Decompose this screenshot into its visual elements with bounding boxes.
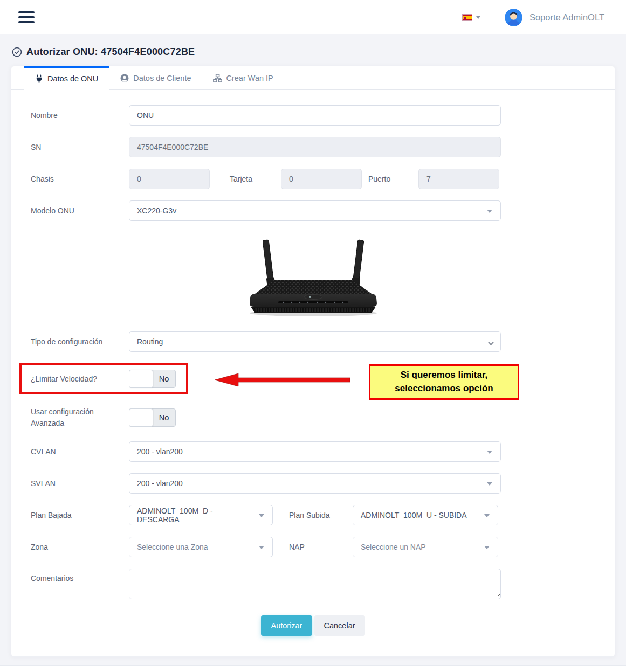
check-circle-icon	[12, 47, 22, 57]
modelo-onu-value: XC220-G3v	[137, 206, 176, 215]
hamburger-menu-icon[interactable]	[18, 11, 35, 23]
comentarios-label: Comentarios	[31, 569, 129, 583]
tipo-configuracion-value: Routing	[137, 337, 163, 346]
toggle-state: No	[153, 370, 175, 387]
caret-down-icon	[259, 546, 264, 549]
toggle-handle	[129, 408, 153, 427]
cvlan-value: 200 - vlan200	[137, 447, 183, 456]
plug-icon	[35, 74, 43, 83]
sn-input	[129, 137, 501, 157]
tab-label: Datos de Cliente	[133, 74, 191, 82]
plan-subida-select[interactable]: ADMINOLT_100M_U - SUBIDA	[353, 505, 498, 525]
cvlan-select[interactable]: 200 - vlan200	[129, 441, 501, 462]
plan-bajada-label: Plan Bajada	[31, 511, 129, 519]
user-menu[interactable]: Soporte AdminOLT	[496, 9, 604, 26]
page-header: Autorizar ONU: 47504F4E000C72BE	[11, 45, 615, 66]
authorize-onu-card: Datos de ONU Datos de Cliente	[11, 66, 615, 657]
zona-label: Zona	[31, 543, 129, 551]
plan-subida-label: Plan Subida	[273, 511, 353, 519]
plan-bajada-value: ADMINOLT_100M_D - DESCARGA	[137, 507, 256, 524]
spain-flag-icon	[462, 14, 472, 21]
caret-down-icon	[484, 514, 490, 517]
onu-form: Nombre SN Chasis Tarjeta Puerto Modelo O…	[11, 90, 615, 636]
nombre-input[interactable]	[129, 105, 501, 126]
sitemap-icon	[213, 74, 222, 82]
caret-down-icon	[487, 482, 492, 486]
yellow-annotation-box: Si queremos limitar, seleccionamos opció…	[369, 364, 519, 400]
cancelar-button[interactable]: Cancelar	[314, 615, 365, 636]
limitar-velocidad-toggle[interactable]: No	[129, 370, 176, 388]
caret-down-icon	[259, 514, 264, 517]
zona-value: Seleccione una Zona	[137, 543, 208, 551]
comentarios-textarea[interactable]	[129, 569, 501, 599]
plan-bajada-select[interactable]: ADMINOLT_100M_D - DESCARGA	[129, 505, 273, 525]
caret-down-icon	[484, 546, 490, 549]
user-name: Soporte AdminOLT	[529, 12, 604, 23]
onu-product-image	[31, 232, 595, 317]
plan-subida-value: ADMINOLT_100M_U - SUBIDA	[361, 511, 467, 519]
nap-select[interactable]: Seleccione un NAP	[353, 537, 498, 557]
zona-select[interactable]: Seleccione una Zona	[129, 537, 273, 557]
language-dropdown[interactable]	[462, 14, 496, 21]
toggle-state: No	[153, 409, 175, 426]
cvlan-label: CVLAN	[31, 447, 129, 456]
caret-down-icon	[487, 210, 492, 213]
tipo-configuracion-label: Tipo de configuración	[31, 337, 129, 346]
page-title: Autorizar ONU: 47504F4E000C72BE	[26, 46, 195, 58]
annotation-line-2: seleccionamos opción	[395, 382, 493, 396]
red-highlight-box: ¿Limitar Velocidad? No	[19, 363, 188, 394]
nap-value: Seleccione un NAP	[361, 543, 426, 551]
autorizar-button[interactable]: Autorizar	[261, 615, 312, 636]
configuracion-avanzada-label: Usar configuración Avanzada	[31, 406, 129, 429]
page-content: Autorizar ONU: 47504F4E000C72BE Datos de…	[0, 34, 626, 665]
tab-datos-de-onu[interactable]: Datos de ONU	[24, 66, 109, 90]
toggle-handle	[129, 370, 153, 388]
tab-label: Datos de ONU	[47, 74, 98, 83]
chevron-down-icon	[488, 339, 494, 348]
limitar-velocidad-label: ¿Limitar Velocidad?	[31, 375, 129, 383]
tab-bar: Datos de ONU Datos de Cliente	[11, 66, 615, 90]
puerto-input	[418, 169, 499, 189]
sn-label: SN	[31, 143, 129, 151]
tab-label: Crear Wan IP	[226, 74, 273, 82]
puerto-label: Puerto	[362, 175, 418, 183]
chevron-down-icon	[476, 16, 480, 19]
tab-crear-wan-ip[interactable]: Crear Wan IP	[202, 66, 284, 89]
modelo-onu-label: Modelo ONU	[31, 206, 129, 215]
chasis-label: Chasis	[31, 175, 129, 183]
annotation-line-1: Si queremos limitar,	[401, 369, 488, 382]
tab-datos-de-cliente[interactable]: Datos de Cliente	[109, 66, 202, 89]
user-circle-icon	[120, 74, 129, 82]
svlan-select[interactable]: 200 - vlan200	[129, 473, 501, 494]
tipo-configuracion-select[interactable]: Routing	[129, 331, 501, 352]
svlan-value: 200 - vlan200	[137, 479, 183, 488]
caret-down-icon	[487, 451, 492, 454]
user-avatar	[505, 9, 522, 26]
page-footer	[0, 665, 626, 672]
top-navbar: Soporte AdminOLT	[0, 0, 626, 34]
chasis-input	[129, 169, 210, 189]
nombre-label: Nombre	[31, 111, 129, 120]
tarjeta-input	[281, 169, 362, 189]
tarjeta-label: Tarjeta	[210, 175, 281, 183]
nap-label: NAP	[273, 543, 353, 551]
configuracion-avanzada-toggle[interactable]: No	[129, 408, 176, 427]
svlan-label: SVLAN	[31, 479, 129, 488]
modelo-onu-select[interactable]: XC220-G3v	[129, 200, 501, 221]
limitar-velocidad-row: ¿Limitar Velocidad? No Si queremos limit…	[31, 363, 595, 398]
red-arrow-annotation	[214, 371, 350, 389]
